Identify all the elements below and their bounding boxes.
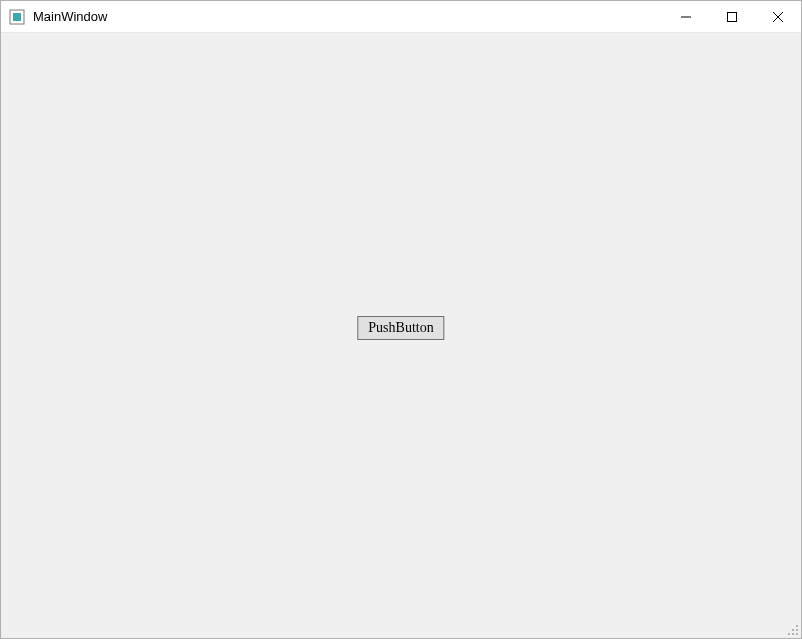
size-grip[interactable] — [785, 622, 799, 636]
close-button[interactable] — [755, 1, 801, 32]
window-controls — [663, 1, 801, 32]
minimize-button[interactable] — [663, 1, 709, 32]
svg-point-10 — [792, 633, 794, 635]
maximize-icon — [727, 12, 737, 22]
close-icon — [773, 12, 783, 22]
minimize-icon — [681, 12, 691, 22]
client-area: PushButton — [1, 33, 801, 638]
main-window: MainWindow PushButton — [0, 0, 802, 639]
app-icon — [9, 9, 25, 25]
window-title: MainWindow — [33, 9, 663, 24]
size-grip-icon — [785, 622, 799, 636]
svg-point-11 — [796, 633, 798, 635]
maximize-button[interactable] — [709, 1, 755, 32]
svg-rect-3 — [728, 12, 737, 21]
svg-point-7 — [792, 629, 794, 631]
push-button[interactable]: PushButton — [357, 316, 444, 340]
svg-point-6 — [796, 625, 798, 627]
svg-point-9 — [788, 633, 790, 635]
svg-rect-1 — [13, 13, 21, 21]
titlebar: MainWindow — [1, 1, 801, 33]
svg-point-8 — [796, 629, 798, 631]
